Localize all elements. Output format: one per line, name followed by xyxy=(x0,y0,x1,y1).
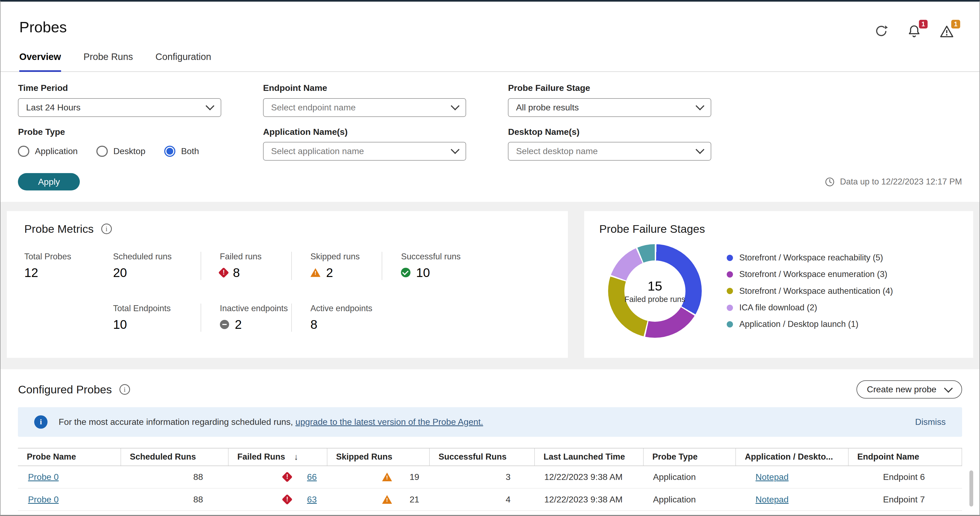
app-window: Probes 1 1 xyxy=(0,0,980,516)
col-skipped-runs[interactable]: Skipped Runs xyxy=(327,448,430,465)
table-row: Probe 0 88 63 21 4 12/22/2023 9:38 AM Ap… xyxy=(18,489,962,511)
dismiss-link[interactable]: Dismiss xyxy=(915,417,946,427)
desktop-names-placeholder: Select desktop name xyxy=(516,146,598,156)
failure-stages-legend: Storefront / Workspace reachability (5)S… xyxy=(727,253,893,329)
chevron-down-icon xyxy=(695,102,705,110)
filter-probe-failure-stage: Probe Failure Stage All probe results xyxy=(508,83,711,117)
radio-circle-icon xyxy=(96,146,108,157)
probe-name-link[interactable]: Probe 0 xyxy=(28,472,59,482)
failed-runs-link[interactable]: 63 xyxy=(307,495,317,505)
apply-button[interactable]: Apply xyxy=(18,173,80,191)
cards-section: Probe Metrics Total Probes 12 Scheduled … xyxy=(0,202,980,369)
tab-overview[interactable]: Overview xyxy=(19,52,61,72)
alerts-button[interactable]: 1 xyxy=(907,24,922,39)
application-names-placeholder: Select application name xyxy=(271,146,364,156)
success-icon xyxy=(401,268,410,277)
legend-dot-icon xyxy=(727,321,733,327)
refresh-button[interactable] xyxy=(874,24,889,39)
radio-both[interactable]: Both xyxy=(164,146,199,157)
col-failed-runs[interactable]: Failed Runs xyxy=(228,448,327,465)
metrics-row-1: Total Probes 12 Scheduled runs 20 Failed… xyxy=(24,252,568,280)
donut-center: 15 Failed probe runs xyxy=(624,260,686,322)
desktop-names-select[interactable]: Select desktop name xyxy=(508,142,711,160)
table-body: Probe 0 88 66 19 3 12/22/2023 9:38 AM Ap… xyxy=(18,466,962,511)
probe-failure-stage-value: All probe results xyxy=(516,103,579,113)
skipped-icon xyxy=(382,473,392,481)
probe-type-radios: Application Desktop Both xyxy=(18,142,221,160)
time-period-value: Last 24 Hours xyxy=(26,103,81,113)
configured-probes-title: Configured Probes xyxy=(18,383,112,396)
application-names-select[interactable]: Select application name xyxy=(263,142,466,160)
chevron-down-icon xyxy=(451,145,460,154)
table-row: Probe 0 88 66 19 3 12/22/2023 9:38 AM Ap… xyxy=(18,466,962,489)
filter-desktop-names: Desktop Name(s) Select desktop name xyxy=(508,127,711,160)
successful-runs-cell: 3 xyxy=(429,472,534,482)
donut-center-label: Failed probe runs xyxy=(625,295,686,304)
probe-name-link[interactable]: Probe 0 xyxy=(28,495,59,504)
table-scrollbar[interactable] xyxy=(969,470,973,507)
last-launched-cell: 12/22/2023 9:38 AM xyxy=(534,495,643,505)
info-icon[interactable] xyxy=(101,224,112,234)
probe-failure-stage-label: Probe Failure Stage xyxy=(508,83,711,93)
legend-dot-icon xyxy=(727,288,733,294)
tab-configuration[interactable]: Configuration xyxy=(156,52,211,71)
legend-label: Storefront / Workspace reachability (5) xyxy=(739,253,883,263)
sort-desc-icon[interactable] xyxy=(294,452,298,462)
endpoint-name-cell: Endpoint 6 xyxy=(848,472,962,482)
radio-application-label: Application xyxy=(35,146,78,156)
configured-probes-section: Configured Probes Create new probe For t… xyxy=(0,369,980,511)
radio-circle-icon xyxy=(18,146,29,157)
header-icons: 1 1 xyxy=(874,24,955,39)
col-probe-name[interactable]: Probe Name xyxy=(18,448,121,465)
probe-failure-stage-select[interactable]: All probe results xyxy=(508,98,711,117)
col-probe-type[interactable]: Probe Type xyxy=(643,448,736,465)
chevron-down-icon xyxy=(695,145,705,154)
upgrade-link[interactable]: upgrade to the latest version of the Pro… xyxy=(295,417,483,427)
col-successful-runs[interactable]: Successful Runs xyxy=(429,448,534,465)
endpoint-name-select[interactable]: Select endpoint name xyxy=(263,98,466,117)
metric-total-endpoints: Total Endpoints 10 xyxy=(113,303,200,332)
filters-section: Time Period Last 24 Hours Endpoint Name … xyxy=(0,72,980,202)
metric-scheduled-runs: Scheduled runs 20 xyxy=(113,252,200,280)
chevron-down-icon xyxy=(205,102,215,110)
last-launched-cell: 12/22/2023 9:38 AM xyxy=(534,472,643,482)
legend-label: Storefront / Workspace authentication (4… xyxy=(739,286,893,296)
create-new-probe-button[interactable]: Create new probe xyxy=(856,380,962,399)
radio-application[interactable]: Application xyxy=(18,146,78,157)
failed-icon xyxy=(218,267,229,278)
time-period-select[interactable]: Last 24 Hours xyxy=(18,98,221,117)
col-endpoint-name[interactable]: Endpoint Name xyxy=(848,448,962,465)
chevron-down-icon xyxy=(451,102,460,110)
metric-spacer xyxy=(24,303,113,332)
filter-probe-type: Probe Type Application Desktop Both xyxy=(18,127,221,160)
probes-table: Probe Name Scheduled Runs Failed Runs Sk… xyxy=(18,448,962,511)
failed-icon xyxy=(282,472,293,483)
metric-active-endpoints: Active endpoints 8 xyxy=(291,303,382,332)
application-link[interactable]: Notepad xyxy=(756,495,789,504)
metric-total-probes: Total Probes 12 xyxy=(24,252,113,280)
failed-runs-link[interactable]: 66 xyxy=(307,472,317,482)
metrics-row-2: Total Endpoints 10 Inactive endpoints 2 … xyxy=(24,303,568,332)
col-scheduled-runs[interactable]: Scheduled Runs xyxy=(121,448,228,465)
application-link[interactable]: Notepad xyxy=(756,472,789,482)
tab-probe-runs[interactable]: Probe Runs xyxy=(83,52,133,71)
col-last-launched-time[interactable]: Last Launched Time xyxy=(534,448,643,465)
probe-type-cell: Application xyxy=(643,472,736,482)
failed-icon xyxy=(282,494,293,505)
warnings-button[interactable]: 1 xyxy=(940,24,955,39)
data-up-to-text: Data up to 12/22/2023 12:17 PM xyxy=(840,177,962,187)
create-new-probe-label: Create new probe xyxy=(867,384,936,394)
tab-bar: Overview Probe Runs Configuration xyxy=(0,52,980,72)
skipped-icon xyxy=(382,495,392,504)
radio-desktop-label: Desktop xyxy=(113,146,145,156)
col-application-desktop[interactable]: Application / Deskto... xyxy=(735,448,848,465)
radio-desktop[interactable]: Desktop xyxy=(96,146,145,157)
legend-item: ICA file download (2) xyxy=(727,303,893,313)
warnings-badge: 1 xyxy=(951,20,960,29)
info-icon[interactable] xyxy=(119,384,130,395)
chevron-down-icon xyxy=(944,384,953,393)
failure-stages-title: Probe Failure Stages xyxy=(600,222,705,235)
filter-application-names: Application Name(s) Select application n… xyxy=(263,127,466,160)
successful-runs-cell: 4 xyxy=(429,495,534,505)
filter-time-period: Time Period Last 24 Hours xyxy=(18,83,221,117)
